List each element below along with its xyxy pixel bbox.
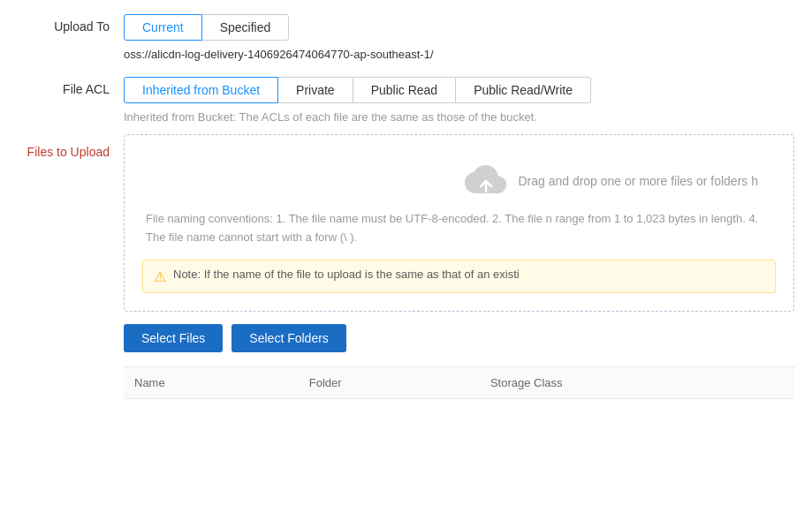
upload-to-btn-group: Current Specified bbox=[124, 14, 794, 41]
upload-drop-area[interactable]: Drag and drop one or more files or folde… bbox=[124, 134, 794, 312]
file-acl-btn-group: Inherited from Bucket Private Public Rea… bbox=[124, 77, 794, 103]
acl-private-btn[interactable]: Private bbox=[277, 77, 353, 103]
warning-icon: ⚠ bbox=[154, 268, 166, 285]
files-to-upload-label: Files to Upload bbox=[18, 134, 124, 159]
acl-inherited-btn[interactable]: Inherited from Bucket bbox=[124, 77, 278, 103]
col-storage-class: Storage Class bbox=[480, 366, 794, 398]
select-buttons: Select Files Select Folders bbox=[124, 324, 794, 352]
upload-icon-area: Drag and drop one or more files or folde… bbox=[142, 162, 776, 200]
select-folders-button[interactable]: Select Folders bbox=[231, 324, 345, 352]
upload-to-specified-btn[interactable]: Specified bbox=[201, 14, 290, 41]
acl-public-read-btn[interactable]: Public Read bbox=[353, 77, 457, 103]
note-text: Note: If the name of the file to upload … bbox=[173, 268, 520, 281]
acl-hint: Inherited from Bucket: The ACLs of each … bbox=[124, 110, 794, 124]
files-to-upload-content: Drag and drop one or more files or folde… bbox=[124, 134, 794, 399]
upload-to-content: Current Specified oss://alicdn-log-deliv… bbox=[124, 14, 794, 61]
file-acl-content: Inherited from Bucket Private Public Rea… bbox=[124, 77, 794, 124]
drag-drop-text: Drag and drop one or more files or folde… bbox=[518, 174, 758, 188]
page-container: Upload To Current Specified oss://alicdn… bbox=[0, 0, 812, 429]
note-box: ⚠ Note: If the name of the file to uploa… bbox=[142, 260, 776, 293]
upload-cloud-icon bbox=[465, 162, 507, 200]
upload-to-label: Upload To bbox=[18, 14, 124, 34]
file-acl-row: File ACL Inherited from Bucket Private P… bbox=[18, 77, 794, 124]
col-folder: Folder bbox=[299, 366, 480, 398]
file-naming-text: File naming conventions: 1. The file nam… bbox=[142, 210, 776, 247]
table-header-row: Name Folder Storage Class bbox=[124, 366, 794, 398]
acl-public-read-write-btn[interactable]: Public Read/Write bbox=[455, 77, 591, 103]
upload-to-current-btn[interactable]: Current bbox=[124, 14, 202, 41]
file-acl-label: File ACL bbox=[18, 77, 124, 96]
col-name: Name bbox=[124, 366, 299, 398]
select-files-button[interactable]: Select Files bbox=[124, 324, 223, 352]
files-table: Name Folder Storage Class bbox=[124, 366, 794, 399]
upload-to-row: Upload To Current Specified oss://alicdn… bbox=[18, 14, 794, 61]
files-to-upload-row: Files to Upload Drag and drop one or mor… bbox=[18, 134, 794, 399]
upload-url: oss://alicdn-log-delivery-14069264740647… bbox=[124, 48, 794, 61]
